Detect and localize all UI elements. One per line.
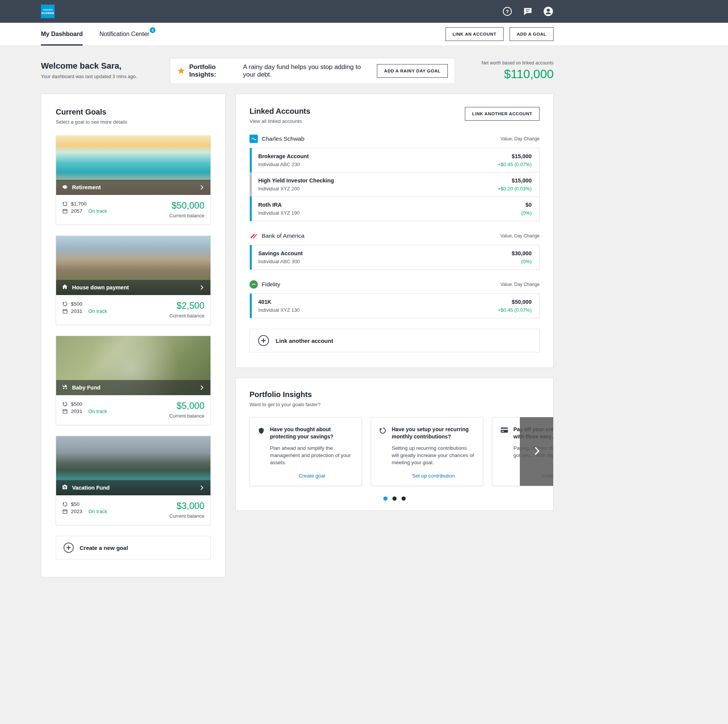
goal-name: Baby Fund — [72, 385, 100, 391]
piggy-bank-icon — [61, 183, 68, 192]
account-name: Roth IRA — [258, 202, 300, 208]
goal-year: 2023 — [71, 509, 82, 514]
profile-icon[interactable] — [543, 6, 554, 17]
notification-badge: 3 — [150, 27, 155, 33]
goal-balance: $5,000 — [169, 400, 205, 411]
carousel-dot-3[interactable] — [402, 496, 406, 501]
account-name: 401K — [258, 299, 300, 305]
link-another-account-label: Link another account — [276, 338, 333, 344]
linked-accounts-card: Linked Accounts View all linked accounts… — [235, 94, 554, 368]
help-icon[interactable]: ? — [502, 6, 513, 17]
recurring-contribution-icon — [62, 501, 68, 507]
goal-card-vacation-fund[interactable]: Vacation Fund $50 2023On track $3,000 Cu… — [56, 436, 211, 525]
chat-icon[interactable] — [522, 6, 533, 17]
charles-schwab-mini-logo — [249, 135, 258, 143]
welcome-row: Welcome back Sara, Your dashboard was la… — [41, 58, 554, 84]
chevron-right-icon[interactable] — [198, 184, 205, 191]
carousel-dot-2[interactable] — [392, 496, 397, 501]
set-up-contribution-link[interactable]: Set up contribution — [392, 466, 475, 479]
chevron-right-icon — [531, 446, 542, 458]
carousel-dot-1[interactable] — [383, 496, 388, 501]
account-day-change: +$0.45 (0.07%) — [498, 162, 532, 167]
net-worth-label: Net worth based on linked accounts — [466, 60, 554, 66]
account-row-roth-ira[interactable]: Roth IRAIndividual XYZ 190 $0(0%) — [249, 196, 540, 221]
goal-contribution: $50 — [71, 501, 80, 507]
value-day-change-label: Value, Day Change — [500, 233, 540, 239]
goal-balance-label: Current balance — [169, 413, 205, 419]
carousel-dots — [249, 496, 540, 501]
goal-card-retirement[interactable]: Retirement $1,700 2057On track $50,000 C… — [56, 135, 211, 225]
tab-notification-center-label: Notification Center — [99, 31, 149, 38]
account-value: $15,000 — [498, 177, 532, 184]
goal-balance: $50,000 — [169, 200, 205, 211]
portfolio-insights-title: Portfolio Insights — [249, 390, 540, 399]
value-day-change-label: Value, Day Change — [500, 136, 540, 141]
account-day-change: +$0.20 (0.03%) — [498, 186, 532, 192]
goal-card-house-down-payment[interactable]: House down payment $500 2031On track $2,… — [56, 236, 211, 325]
goal-status: On track — [88, 509, 107, 514]
charles-schwab-logo[interactable]: charles SCHWAB — [41, 5, 55, 18]
goal-status: On track — [88, 408, 107, 414]
account-row-brokerage[interactable]: Brokerage AccountIndividual ABC 230 $15,… — [249, 148, 540, 173]
account-row-401k[interactable]: 401KIndividual XYZ 130 $50,000+$0.45 (0.… — [249, 294, 540, 318]
net-worth-value: $110,000 — [466, 67, 554, 81]
create-new-goal-button[interactable]: Create a new goal — [56, 536, 211, 559]
insight-card-protect-savings[interactable]: Have you thought about protecting your s… — [249, 417, 362, 486]
brand-line1: charles — [43, 8, 53, 11]
plus-circle-icon — [257, 335, 270, 347]
chevron-right-icon[interactable] — [198, 284, 205, 291]
suitcase-icon — [61, 484, 68, 492]
account-detail: Individual XYZ 200 — [258, 186, 334, 192]
carousel-next-button[interactable] — [520, 417, 553, 486]
add-a-goal-button[interactable]: ADD A GOAL — [510, 27, 554, 41]
recurring-contribution-icon — [62, 401, 68, 407]
credit-card-icon — [500, 426, 508, 479]
goal-image-baby: Baby Fund — [56, 336, 210, 395]
goal-year: 2031 — [71, 308, 82, 314]
goal-balance-label: Current balance — [169, 313, 205, 319]
goal-year: 2057 — [71, 208, 82, 214]
account-detail: Individual ABC 300 — [258, 259, 303, 264]
plus-circle-icon — [63, 542, 74, 553]
account-detail: Individual XYZ 130 — [258, 307, 300, 313]
account-row-savings[interactable]: Savings AccountIndividual ABC 300 $30,00… — [249, 245, 540, 270]
account-day-change: (0%) — [521, 210, 532, 216]
add-rainy-day-goal-button[interactable]: ADD A RAINY DAY GOAL — [377, 64, 448, 78]
insight-banner-text: A rainy day fund helps you stop adding t… — [243, 63, 373, 79]
chevron-right-icon[interactable] — [198, 484, 205, 491]
institution-name: Bank of America — [262, 232, 304, 239]
goal-balance: $3,000 — [169, 501, 205, 511]
last-updated-text: Your dashboard was last updated 3 mins a… — [41, 74, 170, 79]
account-detail: Individual XYZ 190 — [258, 210, 300, 216]
insight-card-recurring-contributions[interactable]: Have you setup your recurring monthly co… — [371, 417, 483, 486]
tab-my-dashboard[interactable]: My Dashboard — [41, 23, 83, 46]
account-row-high-yield-checking[interactable]: High Yield Investor CheckingIndividual X… — [249, 172, 540, 197]
link-another-account-button[interactable]: LINK ANOTHER ACCOUNT — [465, 107, 540, 121]
goal-contribution: $500 — [71, 301, 82, 307]
brand-line2: SCHWAB — [41, 12, 54, 14]
calendar-icon — [62, 208, 68, 214]
institution-header-fidelity: Fidelity Value, Day Change — [249, 280, 540, 289]
insight-title: Have you thought about protecting your s… — [270, 426, 354, 440]
tab-notification-center[interactable]: Notification Center 3 — [99, 23, 149, 46]
goal-balance-label: Current balance — [169, 513, 205, 519]
goal-balance: $2,500 — [169, 300, 205, 311]
link-an-account-button[interactable]: LINK AN ACCOUNT — [446, 27, 504, 41]
goal-name: House down payment — [72, 284, 129, 291]
linked-accounts-title: Linked Accounts — [249, 107, 310, 116]
fidelity-logo — [249, 280, 258, 289]
account-value: $15,000 — [498, 153, 532, 159]
create-goal-link[interactable]: Create goal — [270, 466, 354, 479]
portfolio-insight-banner: Portfolio Insights: A rainy day fund hel… — [170, 58, 455, 84]
account-day-change: (0%) — [512, 259, 532, 264]
goal-year: 2031 — [71, 408, 82, 414]
stroller-icon — [61, 383, 68, 392]
institution-name: Charles Schwab — [262, 135, 304, 142]
chevron-right-icon[interactable] — [198, 384, 205, 391]
goal-name: Vacation Fund — [72, 485, 110, 491]
calendar-icon — [62, 509, 68, 514]
institution-header-bank-of-america: Bank of America Value, Day Change — [249, 232, 540, 240]
nav-bar: My Dashboard Notification Center 3 LINK … — [0, 23, 728, 46]
link-another-account-row[interactable]: Link another account — [249, 329, 540, 352]
goal-card-baby-fund[interactable]: Baby Fund $500 2031On track $5,000 Curre… — [56, 336, 211, 425]
